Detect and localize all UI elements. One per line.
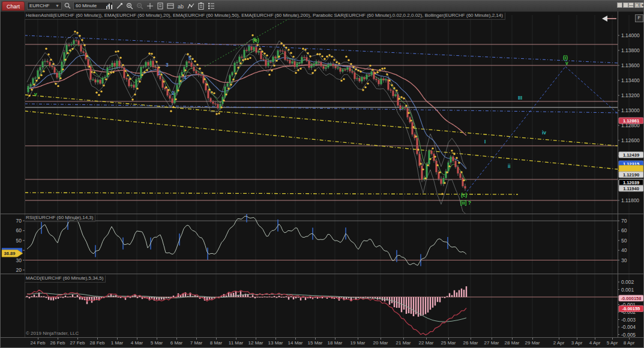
candle [390, 89, 392, 91]
candle [143, 67, 145, 67]
window-button-2[interactable] [623, 2, 628, 8]
fixed-scale-button[interactable]: F [635, 14, 643, 22]
candle [95, 80, 97, 83]
minimize-button[interactable]: — [628, 2, 634, 8]
candle [138, 78, 140, 79]
time-axis-label: 25 Mar [441, 340, 456, 346]
sar-dot [160, 73, 162, 75]
sar-dot [429, 158, 431, 160]
candle [40, 67, 41, 70]
report-icon[interactable] [196, 1, 206, 11]
candle [455, 161, 457, 167]
time-axis-label: 5 Apr [607, 340, 618, 346]
panel-splitter[interactable] [1, 274, 643, 274]
sar-dot [261, 50, 263, 52]
restore-button[interactable]: ❐ [634, 2, 640, 8]
macd-histogram-bar [430, 297, 431, 310]
tab-chart[interactable]: Chart [2, 1, 25, 11]
sar-dot [122, 64, 124, 66]
candle [383, 79, 385, 80]
chart-window: Chart ▼ EURCHF ▼ 60 Minute ab —❐✕ Heiken… [0, 0, 644, 348]
time-axis[interactable]: 24 Feb26 Feb27 Feb28 Feb1 Mar4 Mar5 Mar6… [1, 337, 643, 348]
sar-dot [242, 59, 244, 61]
sar-dot [206, 83, 208, 85]
sar-dot [338, 62, 340, 64]
sar-dot [105, 78, 107, 80]
sar-dot [211, 91, 212, 93]
properties-icon[interactable] [206, 1, 216, 11]
trend-line[interactable] [25, 193, 518, 194]
candle [275, 57, 277, 58]
candle [244, 50, 245, 58]
candle [217, 104, 219, 108]
macd-histogram-bar [281, 297, 282, 298]
chart-style-icon[interactable] [104, 1, 114, 11]
sar-dot [376, 71, 378, 73]
macd-histogram-bar [264, 296, 265, 297]
instrument-select[interactable]: ▼ EURCHF [27, 2, 62, 10]
rsi-axis-tick: 30 [16, 257, 22, 263]
sar-dot [309, 55, 311, 57]
sar-dot [115, 50, 116, 52]
macd-histogram-bar [411, 297, 412, 314]
candle [330, 64, 332, 65]
macd-histogram-bar [391, 297, 393, 303]
candle [196, 71, 197, 73]
price-indicator-label: HeikenAshi8(EURCHF (60 Minute)), EMA(EUR… [25, 13, 505, 20]
candle [126, 78, 128, 79]
macd-histogram-bar [406, 297, 407, 314]
price-axis-border[interactable] [618, 11, 618, 337]
candle [35, 78, 37, 79]
candle [352, 71, 354, 73]
svg-text:-0.00155: -0.00155 [622, 306, 640, 311]
candle [148, 62, 149, 65]
sar-dot [328, 54, 330, 56]
arrow-annotation[interactable] [602, 16, 607, 22]
time-axis-label: 18 Mar [328, 340, 343, 346]
sar-dot [412, 126, 414, 128]
macd-histogram-bar [67, 297, 68, 298]
line-study-icon[interactable] [185, 1, 196, 11]
time-axis-label: 3 Apr [571, 340, 583, 346]
trend-line[interactable] [467, 67, 565, 191]
sar-dot [139, 80, 140, 82]
sar-dot [203, 78, 205, 80]
macd-histogram-bar [288, 297, 289, 299]
sar-dot [374, 72, 376, 74]
sar-dot [372, 69, 373, 71]
macd-histogram-bar [449, 293, 450, 297]
macd-chart-canvas[interactable]: 0.0020.0010.000-0.001-0.002-0.003-0.004-… [1, 274, 644, 337]
trend-line[interactable] [25, 35, 618, 63]
candle [32, 79, 34, 84]
macd-histogram-bar [437, 297, 438, 302]
candle [114, 63, 116, 67]
panel-splitter[interactable] [1, 214, 643, 214]
crosshair-icon[interactable] [145, 1, 155, 11]
chart-trader-icon[interactable] [155, 1, 165, 11]
zoom-out-icon[interactable] [134, 1, 145, 11]
search-icon[interactable] [62, 1, 73, 11]
price-chart-canvas[interactable]: (b)(i)vv(c)[ii] ?IIIivIii132451.140001.1… [1, 11, 644, 214]
zoom-in-icon[interactable] [124, 1, 134, 11]
trend-line[interactable] [565, 67, 618, 113]
trend-line[interactable] [25, 111, 618, 169]
data-box-icon[interactable] [165, 1, 175, 11]
rsi-axis-tick: 40 [621, 247, 627, 253]
macd-histogram-bar [151, 297, 152, 299]
time-axis-label: 11 Mar [229, 340, 243, 346]
annotation-icon[interactable]: ab [175, 1, 185, 11]
sar-dot [100, 91, 102, 92]
trend-line[interactable] [25, 104, 618, 113]
window-button-1[interactable] [617, 2, 622, 8]
sar-dot [345, 56, 347, 58]
candle [248, 46, 250, 50]
time-axis-tick [236, 338, 236, 340]
sar-dot [134, 94, 136, 95]
sar-dot [95, 92, 97, 94]
rsi-chart-canvas[interactable]: 706050403020706050403036.89 [1, 214, 644, 274]
sar-dot [463, 179, 465, 181]
wave-label: ii [508, 163, 511, 169]
draw-tools-icon[interactable] [114, 1, 124, 11]
close-button[interactable]: ✕ [640, 2, 644, 8]
trend-line[interactable] [25, 95, 618, 146]
